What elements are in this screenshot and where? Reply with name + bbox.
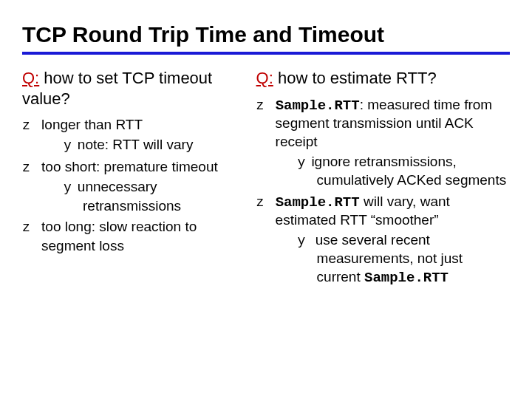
list-item: too short: premature timeout unnecessary… xyxy=(22,158,239,215)
sub-list: unnecessary retransmissions xyxy=(64,178,239,215)
left-list: longer than RTT note: RTT will vary too … xyxy=(22,116,239,255)
right-b2s1-code: Sample.RTT xyxy=(364,270,449,286)
slide-title: TCP Round Trip Time and Timeout xyxy=(22,15,510,47)
list-item: Sample.RTT will vary, want estimated RTT… xyxy=(256,193,510,287)
q-label-left: Q: xyxy=(22,69,39,87)
list-item: Sample.RTT: measured time from segment t… xyxy=(256,96,510,190)
list-item: longer than RTT note: RTT will vary xyxy=(22,116,239,155)
left-b2s1: unnecessary retransmissions xyxy=(78,179,181,213)
right-question-text: how to estimate RTT? xyxy=(273,69,437,87)
right-column: Q: how to estimate RTT? Sample.RTT: meas… xyxy=(256,68,510,290)
right-list: Sample.RTT: measured time from segment t… xyxy=(256,96,510,287)
left-column: Q: how to set TCP timeout value? longer … xyxy=(22,68,239,290)
right-b1s1: ignore retransmissions, cumulatively ACK… xyxy=(311,154,506,188)
slide: TCP Round Trip Time and Timeout Q: how t… xyxy=(0,0,532,399)
left-b1s1: note: RTT will vary xyxy=(78,137,194,152)
list-item: too long: slow reaction to segment loss xyxy=(22,218,239,255)
right-b2-code: Sample.RTT xyxy=(276,194,360,211)
left-question: Q: how to set TCP timeout value? xyxy=(22,68,239,109)
sub-list: ignore retransmissions, cumulatively ACK… xyxy=(298,153,510,190)
sub-list: note: RTT will vary xyxy=(64,136,239,154)
list-item: unnecessary retransmissions xyxy=(64,178,239,215)
left-b1: longer than RTT xyxy=(41,117,143,132)
columns: Q: how to set TCP timeout value? longer … xyxy=(22,68,510,290)
left-question-text: how to set TCP timeout value? xyxy=(22,69,212,108)
left-b2: too short: premature timeout xyxy=(41,159,218,174)
sub-list: use several recent measurements, not jus… xyxy=(298,231,510,287)
right-question: Q: how to estimate RTT? xyxy=(256,68,510,89)
right-b1-code: Sample.RTT xyxy=(276,98,360,114)
title-underline xyxy=(22,52,510,55)
list-item: ignore retransmissions, cumulatively ACK… xyxy=(298,153,510,190)
q-label-right: Q: xyxy=(256,69,273,87)
list-item: use several recent measurements, not jus… xyxy=(298,231,510,287)
left-b3: too long: slow reaction to segment loss xyxy=(41,219,197,253)
list-item: note: RTT will vary xyxy=(64,136,239,154)
